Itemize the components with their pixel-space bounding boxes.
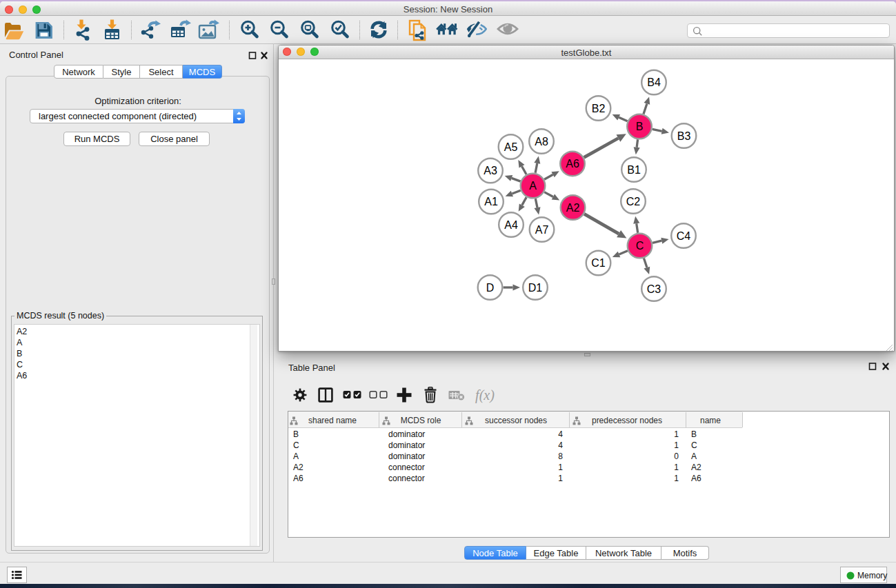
svg-text:A2: A2 bbox=[566, 202, 580, 214]
svg-text:A: A bbox=[529, 180, 537, 192]
svg-text:B3: B3 bbox=[677, 130, 691, 142]
svg-text:A1: A1 bbox=[484, 196, 498, 207]
svg-text:A5: A5 bbox=[504, 141, 518, 153]
svg-text:A7: A7 bbox=[535, 224, 549, 236]
svg-text:A4: A4 bbox=[504, 219, 518, 231]
svg-text:A3: A3 bbox=[484, 165, 497, 176]
svg-text:D1: D1 bbox=[528, 282, 543, 294]
svg-text:A8: A8 bbox=[535, 136, 548, 148]
svg-text:C2: C2 bbox=[626, 196, 641, 207]
svg-text:B4: B4 bbox=[647, 77, 661, 88]
svg-text:B1: B1 bbox=[627, 164, 641, 176]
svg-text:C3: C3 bbox=[647, 283, 661, 295]
svg-text:C1: C1 bbox=[591, 257, 606, 269]
svg-text:C: C bbox=[636, 240, 644, 252]
svg-text:B: B bbox=[636, 121, 644, 132]
svg-text:A6: A6 bbox=[566, 158, 579, 170]
svg-text:C4: C4 bbox=[677, 230, 691, 242]
svg-text:D: D bbox=[486, 282, 495, 294]
svg-text:B2: B2 bbox=[592, 103, 606, 114]
